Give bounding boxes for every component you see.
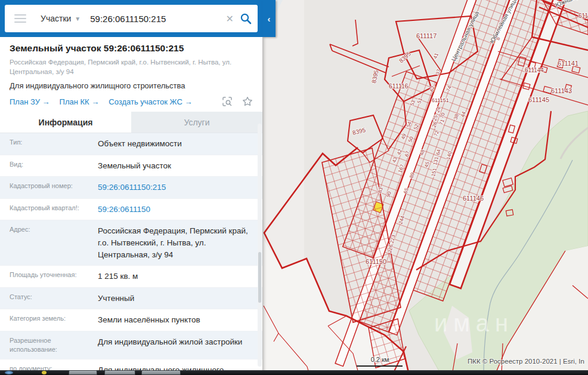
clear-search-icon[interactable]: ✕ [226,13,234,24]
map-label: 611117 [416,32,437,39]
map-label: 611143 [551,87,572,94]
object-purpose: Для индивидуального жилищного строительс… [10,81,253,90]
map-label: 611141 [558,60,578,67]
search-icon[interactable] [240,13,252,24]
info-panel: Участки ▼ ✕ Земельный участок 59:26:0611… [0,0,262,375]
create-parcel-link[interactable]: Создать участок ЖС → [109,97,192,106]
map-label: 611116 [389,82,408,90]
search-input[interactable] [89,13,219,24]
table-row: Тип: Объект недвижимости [0,133,262,155]
map-canvas[interactable]: иман [262,0,588,375]
table-row: Адрес: Российская Федерация, Пермский кр… [0,220,262,266]
search-box: Участки ▼ ✕ [5,5,258,32]
map-label: 611150 [366,258,386,265]
table-row: Разрешенное использование: Для индивидуа… [0,331,262,359]
object-header: Земельный участок 59:26:0611150:215 Росс… [0,37,262,112]
search-category-select[interactable]: Участки [41,14,71,23]
info-table: Тип: Объект недвижимости Вид: Земельный … [0,133,262,375]
panel-scrollbar[interactable] [258,124,262,367]
search-bar: Участки ▼ ✕ [0,0,262,37]
map-attribution: ПКК © Росреестр 2010-2021 | Esri, In [468,358,584,365]
cadastral-quarter-link[interactable]: 59:26:0611150 [92,204,262,216]
tab-services[interactable]: Услуги [131,112,262,133]
taskbar[interactable] [0,370,588,375]
map-watermark: иман [434,310,514,336]
map-label: 611151 [432,97,449,103]
object-address: Российская Федерация, Пермский край, г.о… [10,57,253,76]
table-row: Категория земель: Земли населённых пункт… [0,309,262,331]
taskbar-window-button[interactable] [69,370,97,375]
panel-tabs: Информация Услуги [0,112,262,133]
chevron-left-icon: ‹ [268,14,271,24]
taskbar-app-icon[interactable] [42,371,47,374]
scale-label: 0.2 км [371,356,389,363]
start-button-icon[interactable] [5,371,13,374]
tab-information[interactable]: Информация [0,112,131,133]
favorite-star-icon[interactable] [242,96,253,107]
plan-kk-link[interactable]: План КК → [60,97,100,106]
preview-document-icon[interactable] [222,96,233,107]
chevron-down-icon[interactable]: ▼ [75,16,81,22]
cadastral-number-link[interactable]: 59:26:0611150:215 [92,182,262,193]
map-label: 611144 [525,67,544,73]
map-label: 611 [578,13,588,19]
table-row: Кадастровый квартал!: 59:26:0611150 [0,199,262,221]
taskbar-window-button[interactable] [141,370,181,375]
table-row: Статус: Учтенный [0,288,262,310]
map-label: 611146 [463,195,484,202]
menu-icon[interactable] [14,14,26,23]
taskbar-window-button[interactable] [104,370,135,375]
collapse-panel-button[interactable]: ‹ [262,0,276,37]
table-row: Кадастровый номер: 59:26:0611150:215 [0,177,262,199]
page-title: Земельный участок 59:26:0611150:215 [10,43,253,54]
plan-zu-link[interactable]: План ЗУ → [10,97,50,106]
table-row: Площадь уточненная: 1 215 кв. м [0,266,262,288]
table-row: Вид: Земельный участок [0,155,262,177]
app-window: Участки ▼ ✕ Земельный участок 59:26:0611… [0,0,588,375]
action-links: План ЗУ → План КК → Создать участок ЖС → [10,96,253,112]
map-label: 611145 [528,96,549,103]
